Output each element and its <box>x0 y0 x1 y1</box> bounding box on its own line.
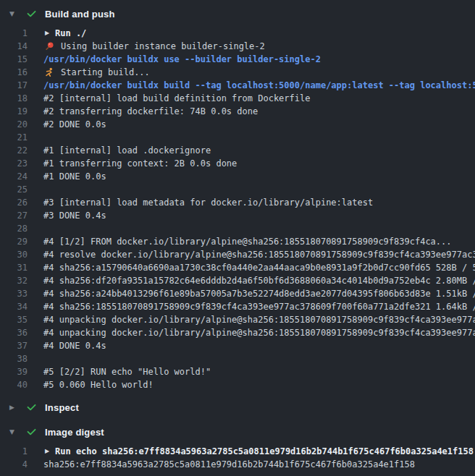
check-icon <box>26 427 45 438</box>
log-text: #4 sha256:a24bb4013296f61e89ba57005a7b3e… <box>43 287 475 300</box>
line-number[interactable]: 38 <box>0 352 28 365</box>
log-line: 16Starting build... <box>0 66 475 79</box>
play-icon[interactable]: ▶ <box>43 445 51 458</box>
section-header-inspect[interactable]: ▶Inspect <box>0 398 475 417</box>
line-number[interactable]: 23 <box>0 157 28 170</box>
log-line: 23#1 transferring context: 2B 0.0s done <box>0 157 475 170</box>
log-text: #4 unpacking docker.io/library/alpine@sh… <box>43 313 475 326</box>
line-content: /usr/bin/docker buildx use --builder bui… <box>43 53 321 66</box>
line-number[interactable]: 18 <box>0 92 28 105</box>
log-text: #4 sha256:df20fa9351a15782c64e6dddb2d4a6… <box>43 274 475 287</box>
line-number[interactable]: 4 <box>0 458 28 471</box>
section-title: Build and push <box>45 9 115 20</box>
section-header-build-and-push[interactable]: ▼Build and push <box>0 4 475 23</box>
log-line: 14Using builder instance builder-single-… <box>0 40 475 53</box>
line-number[interactable]: 33 <box>0 287 28 300</box>
line-content: #2 DONE 0.0s <box>43 118 106 131</box>
log-text: #4 resolve docker.io/library/alpine@sha2… <box>43 248 475 261</box>
line-number[interactable]: 19 <box>0 105 28 118</box>
line-content: #4 sha256:df20fa9351a15782c64e6dddb2d4a6… <box>43 274 475 287</box>
log-line: 40#5 0.060 Hello world! <box>0 378 475 391</box>
line-number[interactable]: 26 <box>0 196 28 209</box>
log-text: sha256:e7ff8834a5963a2785c5a0811e979d16b… <box>43 458 415 471</box>
log-text: #2 [internal] load build definition from… <box>43 92 310 105</box>
log-text: /usr/bin/docker buildx use --builder bui… <box>43 53 321 66</box>
line-content: #2 transferring dockerfile: 74B 0.0s don… <box>43 105 258 118</box>
log-line: 38 <box>0 352 475 365</box>
line-content: #4 DONE 0.4s <box>43 339 106 352</box>
line-number[interactable]: 37 <box>0 339 28 352</box>
workflow-log: ▼Build and push1▶Run ./14Using builder i… <box>0 0 475 471</box>
log-text: #2 transferring dockerfile: 74B 0.0s don… <box>43 105 258 118</box>
line-number[interactable]: 22 <box>0 144 28 157</box>
log-line: 20#2 DONE 0.0s <box>0 118 475 131</box>
line-content: #1 transferring context: 2B 0.0s done <box>43 157 237 170</box>
line-number[interactable]: 29 <box>0 235 28 248</box>
play-icon[interactable]: ▶ <box>43 27 51 40</box>
log-text: #3 DONE 0.4s <box>43 209 106 222</box>
line-number[interactable]: 1 <box>0 445 28 458</box>
log-text: Run ./ <box>55 27 86 40</box>
line-content: #4 sha256:a15790640a6690aa1730c38cf0a440… <box>43 261 475 274</box>
line-content: #4 resolve docker.io/library/alpine@sha2… <box>43 248 475 261</box>
line-number[interactable]: 14 <box>0 40 28 53</box>
line-number[interactable]: 35 <box>0 313 28 326</box>
log-line: 22#1 [internal] load .dockerignore <box>0 144 475 157</box>
log-text: Starting build... <box>61 66 150 79</box>
line-content: #3 DONE 0.4s <box>43 209 106 222</box>
line-content: /usr/bin/docker buildx build --tag local… <box>43 79 475 92</box>
log-line: 17/usr/bin/docker buildx build --tag loc… <box>0 79 475 92</box>
line-content: #5 [2/2] RUN echo "Hello world!" <box>43 365 211 378</box>
line-number[interactable]: 28 <box>0 222 28 235</box>
caret-down-icon: ▼ <box>9 11 26 17</box>
line-number[interactable]: 39 <box>0 365 28 378</box>
log-line: 31#4 sha256:a15790640a6690aa1730c38cf0a4… <box>0 261 475 274</box>
log-line: 28 <box>0 222 475 235</box>
check-icon <box>26 402 45 413</box>
line-content: #4 sha256:a24bb4013296f61e89ba57005a7b3e… <box>43 287 475 300</box>
section-title: Image digest <box>45 427 104 438</box>
line-number[interactable]: 40 <box>0 378 28 391</box>
line-number[interactable]: 24 <box>0 170 28 183</box>
line-number[interactable]: 17 <box>0 79 28 92</box>
log-text: #5 0.060 Hello world! <box>43 378 154 391</box>
line-number[interactable]: 16 <box>0 66 28 79</box>
line-content: #3 [internal] load metadata for docker.i… <box>43 196 373 209</box>
log-line: 37#4 DONE 0.4s <box>0 339 475 352</box>
line-number[interactable]: 15 <box>0 53 28 66</box>
line-number[interactable]: 27 <box>0 209 28 222</box>
line-content: #4 unpacking docker.io/library/alpine@sh… <box>43 313 475 326</box>
check-icon <box>26 9 45 20</box>
line-number[interactable]: 34 <box>0 300 28 313</box>
line-content: #4 sha256:185518070891758909c9f839cf4ca3… <box>43 300 475 313</box>
log-text: #4 sha256:a15790640a6690aa1730c38cf0a440… <box>43 261 475 274</box>
log-line: 18#2 [internal] load build definition fr… <box>0 92 475 105</box>
log-text: #3 [internal] load metadata for docker.i… <box>43 196 373 209</box>
line-number[interactable]: 30 <box>0 248 28 261</box>
line-number[interactable]: 20 <box>0 118 28 131</box>
line-content: Starting build... <box>43 66 150 79</box>
line-content: sha256:e7ff8834a5963a2785c5a0811e979d16b… <box>43 458 415 471</box>
log-line: 26#3 [internal] load metadata for docker… <box>0 196 475 209</box>
line-content: #4 unpacking docker.io/library/alpine@sh… <box>43 326 475 339</box>
line-number[interactable]: 36 <box>0 326 28 339</box>
log-line: 19#2 transferring dockerfile: 74B 0.0s d… <box>0 105 475 118</box>
line-content: Using builder instance builder-single-2 <box>43 40 265 53</box>
log-line: 33#4 sha256:a24bb4013296f61e89ba57005a7b… <box>0 287 475 300</box>
line-number[interactable]: 32 <box>0 274 28 287</box>
pushpin-icon <box>43 41 54 52</box>
log-text: #4 unpacking docker.io/library/alpine@sh… <box>43 326 475 339</box>
line-number[interactable]: 1 <box>0 27 28 40</box>
log-text: #4 [1/2] FROM docker.io/library/alpine@s… <box>43 235 452 248</box>
log-text: #1 [internal] load .dockerignore <box>43 144 211 157</box>
line-content: #1 DONE 0.0s <box>43 170 106 183</box>
line-content: ▶Run ./ <box>43 27 86 40</box>
line-number[interactable]: 31 <box>0 261 28 274</box>
section-header-image-digest[interactable]: ▼Image digest <box>0 422 475 441</box>
log-text: #2 DONE 0.0s <box>43 118 106 131</box>
log-text: #4 DONE 0.4s <box>43 339 106 352</box>
line-number[interactable]: 25 <box>0 183 28 196</box>
line-content: #5 0.060 Hello world! <box>43 378 154 391</box>
line-number[interactable]: 21 <box>0 131 28 144</box>
line-content: ▶Run echo sha256:e7ff8834a5963a2785c5a08… <box>43 445 474 458</box>
